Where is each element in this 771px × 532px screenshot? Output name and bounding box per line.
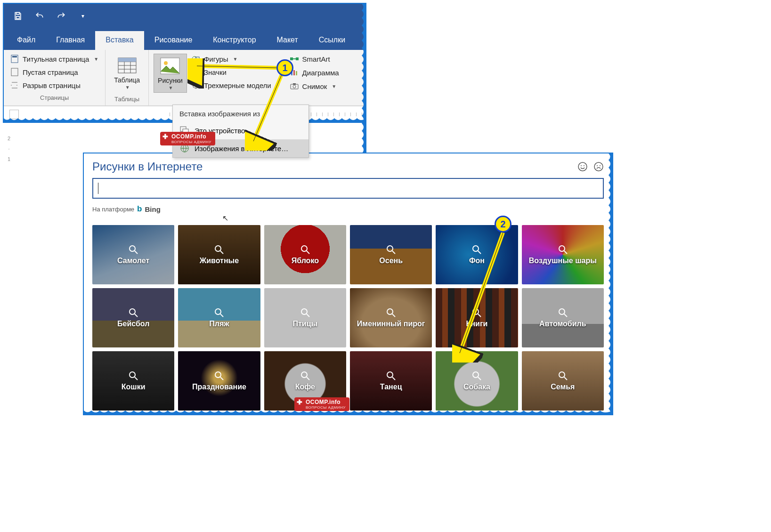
svg-line-64 bbox=[564, 377, 567, 380]
tile-label: Осень bbox=[379, 257, 403, 265]
bing-brand: Bing bbox=[145, 205, 160, 213]
tile-plane[interactable]: Самолет bbox=[92, 225, 174, 284]
svg-point-57 bbox=[301, 372, 307, 378]
search-icon bbox=[128, 307, 138, 318]
tile-label: Кошки bbox=[122, 383, 146, 391]
tab-design[interactable]: Конструктор bbox=[203, 31, 266, 50]
tile-autumn[interactable]: Осень bbox=[350, 225, 432, 284]
tile-birds[interactable]: Птицы bbox=[264, 288, 346, 347]
svg-point-45 bbox=[301, 309, 307, 314]
redo-icon[interactable] bbox=[56, 10, 67, 22]
tile-label: Воздушные шары bbox=[529, 257, 597, 265]
tab-references[interactable]: Ссылки bbox=[308, 31, 356, 50]
tile-beach[interactable]: Пляж bbox=[178, 288, 260, 347]
search-icon bbox=[558, 244, 568, 255]
svg-point-29 bbox=[130, 246, 135, 251]
cover-page-label: Титульная страница bbox=[23, 55, 89, 63]
chevron-down-icon: ▼ bbox=[94, 56, 98, 62]
tab-mailings[interactable]: Рассыл bbox=[356, 31, 403, 50]
pictures-button[interactable]: Рисунки ▼ bbox=[154, 54, 187, 93]
svg-point-23 bbox=[578, 162, 587, 171]
tile-cats[interactable]: Кошки bbox=[92, 351, 174, 411]
svg-line-36 bbox=[392, 251, 395, 254]
page-break-icon bbox=[10, 81, 19, 89]
search-input[interactable] bbox=[98, 184, 598, 193]
search-icon bbox=[214, 307, 224, 318]
group-pages-label: Страницы bbox=[8, 93, 100, 102]
tile-label: Животные bbox=[200, 257, 239, 265]
pictures-label: Рисунки bbox=[158, 77, 183, 84]
tile-label: Празднование bbox=[192, 383, 246, 391]
ribbon-tabs: Файл Главная Вставка Рисование Конструкт… bbox=[4, 28, 365, 50]
svg-point-61 bbox=[473, 372, 479, 378]
qat-customize-icon[interactable]: ▾ bbox=[77, 10, 89, 22]
tile-label: Кофе bbox=[295, 383, 315, 391]
online-pictures-panel: Рисунки в Интернете На платформе b Bing … bbox=[83, 153, 613, 415]
tile-apple[interactable]: Яблоко bbox=[264, 225, 346, 284]
powered-prefix: На платформе bbox=[92, 206, 134, 213]
tile-animals[interactable]: Животные bbox=[178, 225, 260, 284]
svg-point-55 bbox=[215, 372, 221, 378]
svg-point-41 bbox=[130, 309, 135, 314]
vertical-ruler: 2·1 bbox=[4, 136, 14, 164]
tile-cake[interactable]: Именинный пирог bbox=[350, 288, 432, 347]
group-tables-label: Таблицы bbox=[110, 95, 144, 104]
tab-insert[interactable]: Вставка bbox=[95, 31, 144, 50]
undo-icon[interactable] bbox=[34, 10, 45, 22]
tile-celeb[interactable]: Празднование bbox=[178, 351, 260, 411]
tile-dance[interactable]: Танец bbox=[350, 351, 432, 411]
picture-icon bbox=[160, 56, 180, 76]
blank-page-button[interactable]: Пустая страница bbox=[8, 67, 100, 77]
svg-point-39 bbox=[559, 246, 565, 251]
powered-by: На платформе b Bing bbox=[92, 204, 604, 214]
svg-point-8 bbox=[164, 61, 168, 65]
chevron-down-icon: ▼ bbox=[169, 85, 173, 90]
tile-family[interactable]: Семья bbox=[522, 351, 604, 411]
table-icon bbox=[117, 56, 137, 75]
svg-line-44 bbox=[220, 314, 223, 317]
bing-logo-icon: b bbox=[137, 204, 142, 214]
chevron-down-icon: ▼ bbox=[125, 85, 130, 90]
svg-line-58 bbox=[307, 377, 309, 380]
tab-home[interactable]: Главная bbox=[46, 31, 95, 50]
group-tables: Таблица ▼ Таблицы bbox=[106, 50, 149, 105]
svg-point-63 bbox=[559, 372, 565, 378]
svg-point-53 bbox=[130, 372, 135, 378]
blank-page-label: Пустая страница bbox=[23, 68, 78, 76]
table-label: Таблица bbox=[114, 76, 140, 84]
page-break-button[interactable]: Разрыв страницы bbox=[8, 80, 100, 90]
tile-label: Пляж bbox=[209, 320, 229, 328]
svg-line-42 bbox=[135, 314, 138, 317]
feedback-frown-icon[interactable] bbox=[593, 161, 604, 172]
tile-baseball[interactable]: Бейсбол bbox=[92, 288, 174, 347]
mouse-cursor-icon: ↖ bbox=[222, 214, 228, 223]
svg-rect-4 bbox=[11, 68, 18, 76]
panel-title: Рисунки в Интернете bbox=[92, 160, 203, 173]
svg-line-32 bbox=[220, 251, 223, 254]
svg-point-43 bbox=[215, 309, 221, 314]
tab-layout[interactable]: Макет bbox=[267, 31, 308, 50]
annotation-arrow-1b bbox=[245, 71, 301, 151]
tile-balloons[interactable]: Воздушные шары bbox=[522, 225, 604, 284]
annotation-callout-1: 1 bbox=[276, 59, 293, 76]
annotation-callout-2: 2 bbox=[495, 216, 511, 233]
ocomp-text: OCOMP.info bbox=[306, 399, 341, 405]
feedback-smile-icon[interactable] bbox=[577, 161, 588, 172]
svg-line-68 bbox=[253, 73, 283, 141]
table-button[interactable]: Таблица ▼ bbox=[110, 54, 144, 92]
search-icon bbox=[386, 371, 396, 381]
watermark-ocomp-2: OCOMP.info ВОПРОСЫ АДМИНУ bbox=[294, 397, 349, 411]
search-box[interactable] bbox=[92, 178, 604, 199]
smartart-button[interactable]: SmartArt bbox=[288, 54, 341, 64]
tab-draw[interactable]: Рисование bbox=[144, 31, 203, 50]
tile-car[interactable]: Автомобиль bbox=[522, 288, 604, 347]
blank-page-icon bbox=[10, 68, 19, 76]
search-icon bbox=[386, 307, 396, 318]
search-icon bbox=[300, 244, 310, 255]
tile-label: Танец bbox=[380, 383, 402, 391]
cover-page-button[interactable]: Титульная страница ▼ bbox=[8, 54, 100, 64]
save-icon[interactable] bbox=[12, 10, 24, 22]
svg-point-25 bbox=[584, 165, 584, 166]
svg-line-46 bbox=[307, 314, 309, 317]
tab-file[interactable]: Файл bbox=[7, 31, 46, 50]
